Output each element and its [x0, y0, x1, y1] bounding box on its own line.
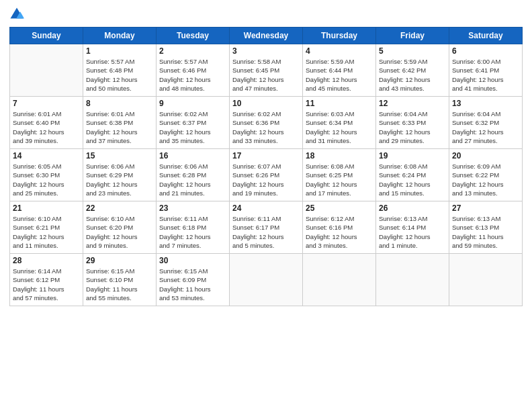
calendar-cell: 26Sunrise: 6:13 AM Sunset: 6:14 PM Dayli… [376, 201, 449, 254]
day-number: 4 [306, 46, 373, 56]
day-number: 20 [452, 151, 519, 161]
day-number: 22 [86, 203, 153, 213]
day-number: 16 [159, 151, 226, 161]
calendar-cell: 15Sunrise: 6:06 AM Sunset: 6:29 PM Dayli… [83, 149, 157, 201]
day-info: Sunrise: 6:02 AM Sunset: 6:37 PM Dayligh… [159, 109, 226, 145]
day-header-thursday: Thursday [303, 28, 376, 44]
day-number: 9 [159, 99, 226, 108]
day-info: Sunrise: 5:59 AM Sunset: 6:42 PM Dayligh… [379, 57, 446, 93]
calendar-cell: 17Sunrise: 6:07 AM Sunset: 6:26 PM Dayli… [230, 149, 303, 201]
day-info: Sunrise: 6:10 AM Sunset: 6:20 PM Dayligh… [86, 214, 153, 250]
day-number: 7 [13, 99, 80, 108]
day-info: Sunrise: 6:15 AM Sunset: 6:10 PM Dayligh… [86, 267, 153, 302]
day-number: 3 [232, 46, 300, 56]
day-number: 21 [13, 203, 80, 213]
day-header-sunday: Sunday [10, 28, 83, 44]
day-info: Sunrise: 5:57 AM Sunset: 6:46 PM Dayligh… [159, 57, 226, 93]
day-info: Sunrise: 5:59 AM Sunset: 6:44 PM Dayligh… [306, 57, 373, 93]
day-info: Sunrise: 6:04 AM Sunset: 6:33 PM Dayligh… [379, 109, 446, 145]
calendar-cell: 14Sunrise: 6:05 AM Sunset: 6:30 PM Dayli… [10, 149, 83, 201]
calendar-cell: 19Sunrise: 6:08 AM Sunset: 6:24 PM Dayli… [376, 149, 449, 201]
calendar-table: SundayMondayTuesdayWednesdayThursdayFrid… [9, 27, 523, 306]
week-row-2: 14Sunrise: 6:05 AM Sunset: 6:30 PM Dayli… [10, 149, 523, 201]
calendar-cell [376, 254, 449, 306]
day-info: Sunrise: 6:11 AM Sunset: 6:18 PM Dayligh… [159, 214, 226, 250]
calendar-cell: 30Sunrise: 6:15 AM Sunset: 6:09 PM Dayli… [157, 254, 230, 306]
calendar-cell: 6Sunrise: 6:00 AM Sunset: 6:41 PM Daylig… [449, 44, 523, 97]
day-info: Sunrise: 6:15 AM Sunset: 6:09 PM Dayligh… [159, 267, 226, 302]
calendar-cell: 3Sunrise: 5:58 AM Sunset: 6:45 PM Daylig… [230, 44, 303, 97]
day-info: Sunrise: 6:08 AM Sunset: 6:25 PM Dayligh… [306, 162, 373, 197]
day-info: Sunrise: 6:08 AM Sunset: 6:24 PM Dayligh… [379, 162, 446, 197]
day-number: 13 [452, 99, 519, 108]
day-number: 23 [159, 203, 226, 213]
day-info: Sunrise: 6:11 AM Sunset: 6:17 PM Dayligh… [232, 214, 300, 250]
day-number: 5 [379, 46, 446, 56]
day-info: Sunrise: 6:06 AM Sunset: 6:28 PM Dayligh… [159, 162, 226, 197]
logo [9, 7, 27, 21]
day-number: 15 [86, 151, 153, 161]
day-header-friday: Friday [376, 28, 449, 44]
calendar-cell: 5Sunrise: 5:59 AM Sunset: 6:42 PM Daylig… [376, 44, 449, 97]
day-header-tuesday: Tuesday [157, 28, 230, 44]
calendar-cell: 23Sunrise: 6:11 AM Sunset: 6:18 PM Dayli… [157, 201, 230, 254]
calendar-cell: 9Sunrise: 6:02 AM Sunset: 6:37 PM Daylig… [157, 97, 230, 149]
calendar-cell: 8Sunrise: 6:01 AM Sunset: 6:38 PM Daylig… [83, 97, 157, 149]
day-number: 29 [86, 256, 153, 265]
calendar-cell: 18Sunrise: 6:08 AM Sunset: 6:25 PM Dayli… [303, 149, 376, 201]
day-number: 1 [86, 46, 153, 56]
day-info: Sunrise: 5:58 AM Sunset: 6:45 PM Dayligh… [232, 57, 300, 93]
week-row-4: 28Sunrise: 6:14 AM Sunset: 6:12 PM Dayli… [10, 254, 523, 306]
day-number: 24 [232, 203, 300, 213]
day-info: Sunrise: 6:09 AM Sunset: 6:22 PM Dayligh… [452, 162, 519, 197]
logo-icon [9, 7, 24, 21]
day-number: 25 [306, 203, 373, 213]
calendar-cell: 20Sunrise: 6:09 AM Sunset: 6:22 PM Dayli… [449, 149, 523, 201]
calendar-cell: 29Sunrise: 6:15 AM Sunset: 6:10 PM Dayli… [83, 254, 157, 306]
calendar-cell: 1Sunrise: 5:57 AM Sunset: 6:48 PM Daylig… [83, 44, 157, 97]
calendar-cell: 28Sunrise: 6:14 AM Sunset: 6:12 PM Dayli… [10, 254, 83, 306]
day-info: Sunrise: 6:14 AM Sunset: 6:12 PM Dayligh… [13, 267, 80, 302]
calendar-cell: 13Sunrise: 6:04 AM Sunset: 6:32 PM Dayli… [449, 97, 523, 149]
calendar-cell: 24Sunrise: 6:11 AM Sunset: 6:17 PM Dayli… [230, 201, 303, 254]
header-row: SundayMondayTuesdayWednesdayThursdayFrid… [10, 28, 523, 44]
day-header-monday: Monday [83, 28, 157, 44]
day-info: Sunrise: 6:07 AM Sunset: 6:26 PM Dayligh… [232, 162, 300, 197]
day-number: 6 [452, 46, 519, 56]
day-number: 8 [86, 99, 153, 108]
day-number: 17 [232, 151, 300, 161]
calendar-cell: 11Sunrise: 6:03 AM Sunset: 6:34 PM Dayli… [303, 97, 376, 149]
page: SundayMondayTuesdayWednesdayThursdayFrid… [0, 0, 532, 411]
calendar-cell: 2Sunrise: 5:57 AM Sunset: 6:46 PM Daylig… [157, 44, 230, 97]
day-info: Sunrise: 6:00 AM Sunset: 6:41 PM Dayligh… [452, 57, 519, 93]
day-info: Sunrise: 6:04 AM Sunset: 6:32 PM Dayligh… [452, 109, 519, 145]
calendar-cell: 4Sunrise: 5:59 AM Sunset: 6:44 PM Daylig… [303, 44, 376, 97]
day-number: 19 [379, 151, 446, 161]
calendar-cell: 21Sunrise: 6:10 AM Sunset: 6:21 PM Dayli… [10, 201, 83, 254]
week-row-0: 1Sunrise: 5:57 AM Sunset: 6:48 PM Daylig… [10, 44, 523, 97]
calendar-cell: 10Sunrise: 6:02 AM Sunset: 6:36 PM Dayli… [230, 97, 303, 149]
day-info: Sunrise: 6:06 AM Sunset: 6:29 PM Dayligh… [86, 162, 153, 197]
day-info: Sunrise: 6:01 AM Sunset: 6:40 PM Dayligh… [13, 109, 80, 145]
day-number: 14 [13, 151, 80, 161]
day-header-saturday: Saturday [449, 28, 523, 44]
day-number: 10 [232, 99, 300, 108]
header [9, 7, 523, 21]
day-info: Sunrise: 6:03 AM Sunset: 6:34 PM Dayligh… [306, 109, 373, 145]
calendar-cell: 25Sunrise: 6:12 AM Sunset: 6:16 PM Dayli… [303, 201, 376, 254]
calendar-cell: 12Sunrise: 6:04 AM Sunset: 6:33 PM Dayli… [376, 97, 449, 149]
day-info: Sunrise: 6:13 AM Sunset: 6:14 PM Dayligh… [379, 214, 446, 250]
day-info: Sunrise: 6:12 AM Sunset: 6:16 PM Dayligh… [306, 214, 373, 250]
day-info: Sunrise: 5:57 AM Sunset: 6:48 PM Dayligh… [86, 57, 153, 93]
day-info: Sunrise: 6:02 AM Sunset: 6:36 PM Dayligh… [232, 109, 300, 145]
day-info: Sunrise: 6:05 AM Sunset: 6:30 PM Dayligh… [13, 162, 80, 197]
day-number: 2 [159, 46, 226, 56]
day-number: 30 [159, 256, 226, 265]
day-header-wednesday: Wednesday [230, 28, 303, 44]
calendar-cell [230, 254, 303, 306]
calendar-cell: 16Sunrise: 6:06 AM Sunset: 6:28 PM Dayli… [157, 149, 230, 201]
day-info: Sunrise: 6:13 AM Sunset: 6:13 PM Dayligh… [452, 214, 519, 250]
calendar-cell [303, 254, 376, 306]
day-number: 27 [452, 203, 519, 213]
day-number: 11 [306, 99, 373, 108]
